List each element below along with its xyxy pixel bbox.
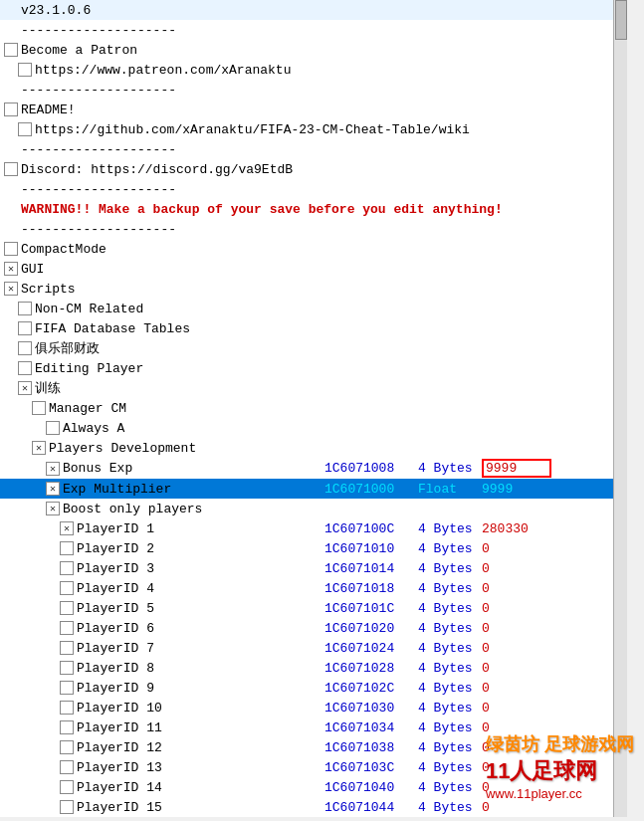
table-row[interactable]: Scripts&gt;</span> — [0, 279, 627, 299]
row-value[interactable]: 0 — [482, 621, 551, 636]
table-row[interactable]: PlayerID 91C607102C4 Bytes0 — [0, 678, 627, 698]
row-checkbox[interactable] — [18, 381, 32, 395]
row-value[interactable]: 9999 — [482, 482, 551, 497]
table-row[interactable]: GUI&gt;</span> — [0, 259, 627, 279]
table-row[interactable]: Always A&gt;</span> — [0, 418, 627, 438]
table-row[interactable]: -------------------- — [0, 80, 627, 100]
row-value[interactable]: 0 — [482, 800, 551, 815]
table-row[interactable]: -------------------- — [0, 20, 627, 40]
table-row[interactable]: https://github.com/xAranaktu/FIFA-23-CM-… — [0, 119, 627, 139]
table-row[interactable]: 训练 — [0, 378, 627, 398]
table-row[interactable]: Manager CM — [0, 398, 627, 418]
row-label: 训练 — [35, 379, 321, 397]
row-checkbox[interactable] — [46, 482, 60, 496]
table-row[interactable]: PlayerID 101C60710304 Bytes0 — [0, 698, 627, 718]
table-row[interactable]: PlayerID 111C60710344 Bytes0 — [0, 718, 627, 737]
row-checkbox[interactable] — [4, 43, 18, 57]
table-row[interactable]: WARNING!! Make a backup of your save bef… — [0, 199, 627, 219]
table-row[interactable]: PlayerID 121C60710384 Bytes0 — [0, 737, 627, 757]
row-value[interactable]: 0 — [482, 541, 551, 556]
row-checkbox[interactable] — [4, 162, 18, 176]
row-checkbox[interactable] — [60, 581, 74, 595]
row-value[interactable]: 0 — [482, 641, 551, 656]
row-label: https://www.patreon.com/xAranaktu — [35, 63, 321, 78]
row-value[interactable]: 280330 — [482, 521, 551, 536]
table-row[interactable]: PlayerID 151C60710444 Bytes0 — [0, 797, 627, 817]
table-row[interactable]: -------------------- — [0, 179, 627, 199]
row-checkbox[interactable] — [46, 421, 60, 435]
row-checkbox[interactable] — [4, 262, 18, 276]
row-checkbox[interactable] — [60, 561, 74, 575]
row-checkbox[interactable] — [4, 282, 18, 296]
table-row[interactable]: PlayerID 51C607101C4 Bytes0 — [0, 598, 627, 618]
table-row[interactable]: v23.1.0.6 — [0, 0, 627, 20]
row-checkbox[interactable] — [60, 681, 74, 695]
row-type: 4 Bytes — [418, 601, 478, 616]
table-row[interactable]: Become a Patron — [0, 40, 627, 60]
row-checkbox[interactable] — [60, 740, 74, 754]
row-checkbox[interactable] — [46, 462, 60, 476]
table-row[interactable]: Players Development&gt;</span> — [0, 438, 627, 458]
cheat-table: v23.1.0.6--------------------Become a Pa… — [0, 0, 627, 817]
row-checkbox[interactable] — [60, 780, 74, 794]
row-checkbox[interactable] — [60, 601, 74, 615]
table-row[interactable]: FIFA Database Tables — [0, 318, 627, 338]
table-row[interactable]: PlayerID 11C607100C4 Bytes280330 — [0, 518, 627, 538]
row-value[interactable]: 0 — [482, 720, 551, 735]
row-checkbox[interactable] — [60, 621, 74, 635]
table-row[interactable]: PlayerID 61C60710204 Bytes0 — [0, 618, 627, 638]
table-row[interactable]: Editing Player — [0, 358, 627, 378]
row-checkbox[interactable] — [18, 302, 32, 315]
row-value[interactable]: 0 — [482, 561, 551, 576]
table-row[interactable]: 俱乐部财政 — [0, 338, 627, 358]
scrollbar[interactable] — [613, 0, 627, 817]
row-checkbox[interactable] — [60, 521, 74, 535]
row-checkbox[interactable] — [18, 122, 32, 136]
table-row[interactable]: -------------------- — [0, 139, 627, 159]
row-value[interactable]: 0 — [482, 780, 551, 795]
row-checkbox[interactable] — [60, 701, 74, 715]
table-row[interactable]: -------------------- — [0, 219, 627, 239]
row-checkbox[interactable] — [46, 502, 60, 515]
table-row[interactable]: PlayerID 21C60710104 Bytes0 — [0, 538, 627, 558]
row-checkbox[interactable] — [4, 242, 18, 256]
row-value[interactable]: 0 — [482, 681, 551, 696]
row-value[interactable]: 0 — [482, 661, 551, 676]
row-checkbox[interactable] — [60, 720, 74, 734]
row-value[interactable]: 0 — [482, 760, 551, 775]
row-checkbox[interactable] — [60, 541, 74, 555]
table-row[interactable]: PlayerID 141C60710404 Bytes0 — [0, 777, 627, 797]
table-row[interactable]: PlayerID 131C607103C4 Bytes0 — [0, 757, 627, 777]
row-value[interactable]: 0 — [482, 601, 551, 616]
table-row[interactable]: Exp Multiplier1C6071000Float9999 — [0, 479, 627, 499]
table-row[interactable]: PlayerID 71C60710244 Bytes0 — [0, 638, 627, 658]
row-checkbox[interactable] — [60, 641, 74, 655]
row-checkbox[interactable] — [18, 321, 32, 335]
row-checkbox[interactable] — [32, 401, 46, 415]
row-checkbox[interactable] — [60, 760, 74, 774]
table-row[interactable]: Boost only players — [0, 499, 627, 518]
row-value[interactable]: 9999 — [482, 459, 551, 478]
row-checkbox[interactable] — [4, 103, 18, 116]
row-checkbox[interactable] — [18, 361, 32, 375]
row-checkbox[interactable] — [60, 661, 74, 675]
table-row[interactable]: CompactMode&gt;</span> — [0, 239, 627, 259]
row-checkbox[interactable] — [32, 441, 46, 455]
table-row[interactable]: Discord: https://discord.gg/va9EtdB — [0, 159, 627, 179]
row-value[interactable]: 0 — [482, 701, 551, 716]
table-row[interactable]: Bonus Exp1C60710084 Bytes9999 — [0, 458, 627, 479]
table-row[interactable]: PlayerID 31C60710144 Bytes0 — [0, 558, 627, 578]
table-row[interactable]: PlayerID 81C60710284 Bytes0 — [0, 658, 627, 678]
row-value[interactable]: 0 — [482, 740, 551, 755]
table-row[interactable]: Non-CM Related — [0, 299, 627, 318]
row-type: 4 Bytes — [418, 701, 478, 716]
row-checkbox[interactable] — [60, 800, 74, 814]
scrollbar-thumb[interactable] — [615, 0, 627, 40]
row-type: 4 Bytes — [418, 681, 478, 696]
row-checkbox[interactable] — [18, 63, 32, 77]
row-value[interactable]: 0 — [482, 581, 551, 596]
table-row[interactable]: README! — [0, 100, 627, 119]
row-checkbox[interactable] — [18, 341, 32, 355]
table-row[interactable]: PlayerID 41C60710184 Bytes0 — [0, 578, 627, 598]
table-row[interactable]: https://www.patreon.com/xAranaktu — [0, 60, 627, 80]
